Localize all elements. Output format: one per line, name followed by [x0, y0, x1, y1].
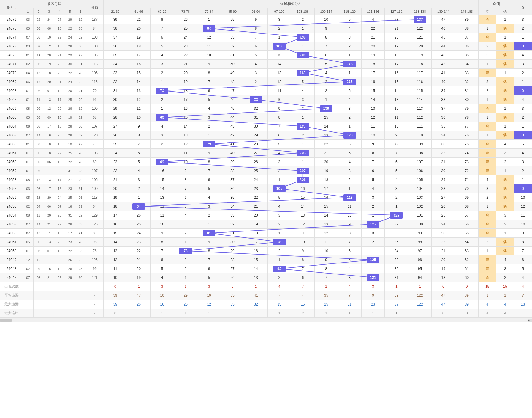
cell-dist-10: 3 — [338, 273, 361, 282]
header-front-6[interactable]: 6 — [75, 8, 86, 15]
cell-dist-14: 31 — [432, 158, 455, 166]
cell-dist-10: 6 — [338, 247, 361, 255]
cell-dist-10: 10 — [338, 211, 361, 220]
header-dist-5[interactable]: 85-90 — [221, 8, 244, 15]
cell-oe-1: 偶 — [496, 193, 514, 202]
cell-zero: 0 — [514, 42, 532, 51]
cell-front-3: 18 — [44, 69, 54, 77]
cell-front-4: 25 — [54, 166, 65, 175]
cell-front-2: 09 — [33, 238, 44, 247]
header-oddeven-group[interactable]: 奇偶 — [479, 0, 514, 8]
cell-dist-3: 21 — [174, 60, 197, 69]
stat-sum: - — [86, 291, 104, 300]
cell-dist-14: 40 — [432, 77, 455, 86]
cell-oe-0: 1 — [479, 60, 496, 69]
cell-front-4: 18 — [54, 42, 65, 51]
cell-front-6: 33 — [75, 220, 86, 229]
cell-dist-4: 5 — [197, 95, 221, 104]
cell-oe-1: 偶 — [496, 175, 514, 184]
cell-dist-2: 14 — [151, 184, 174, 193]
header-dist-7[interactable]: 97-102 — [267, 8, 291, 15]
cell-zero: 0 — [514, 131, 532, 140]
cell-dist-12: 7 — [385, 149, 408, 158]
cell-oe-0: 奇 — [479, 220, 496, 229]
header-front-2[interactable]: 2 — [33, 8, 44, 15]
header-dist-2[interactable]: 67-72 — [151, 8, 174, 15]
cell-dist-3: 7 — [174, 184, 197, 193]
cell-zero: 1 — [514, 122, 532, 131]
cell-dist-1: 19 — [127, 273, 151, 282]
cell-dist-9: 21 — [314, 149, 338, 158]
header-dist-6[interactable]: 91-96 — [244, 8, 267, 15]
header-front-5[interactable]: 5 — [65, 8, 75, 15]
cell-dist-2: 5 — [151, 42, 174, 51]
cell-dist-13: 116 — [408, 77, 432, 86]
cell-dist-14: 34 — [432, 131, 455, 140]
cell-dist-8: 107 — [291, 122, 314, 131]
cell-dist-11: 125 — [361, 255, 385, 264]
header-front-3[interactable]: 3 — [44, 8, 54, 15]
header-zero[interactable]: 0 — [514, 0, 532, 15]
header-dist-4[interactable]: 79-84 — [197, 8, 221, 15]
header-front-group[interactable]: 前区号码 — [23, 0, 86, 8]
cell-sum: 125 — [86, 255, 104, 264]
scrollbar-thumb[interactable] — [0, 319, 12, 322]
cell-oe-1: 1 — [496, 166, 514, 175]
header-dist-0[interactable]: 21-60 — [104, 8, 127, 15]
cell-zero: 4 — [514, 51, 532, 60]
cell-front-3: 18 — [44, 149, 54, 158]
cell-dist-13: 119 — [408, 51, 432, 60]
header-oe-0[interactable]: 奇 — [479, 8, 496, 15]
cell-dist-11: 4 — [361, 15, 385, 24]
header-front-4[interactable]: 4 — [54, 8, 65, 15]
cell-oe-1: 偶 — [496, 184, 514, 193]
cell-front-3: 12 — [44, 42, 54, 51]
header-dist-14[interactable]: 139-144 — [432, 8, 455, 15]
cell-dist-5: 34 — [221, 202, 244, 211]
header-dist-8[interactable]: 103-108 — [291, 8, 314, 15]
cell-dist-11: 6 — [361, 166, 385, 175]
cell-dist-13: 118 — [408, 60, 432, 69]
cell-oe-0: 奇 — [479, 33, 496, 42]
cell-dist-8: 1 — [291, 42, 314, 51]
stat-oe-1: 4 — [496, 309, 514, 318]
cell-dist-4: 9 — [197, 238, 221, 247]
cell-dist-13: 95 — [408, 264, 432, 273]
cell-dist-3: 19 — [174, 77, 197, 86]
cell-dist-3: 6 — [174, 193, 197, 202]
header-oe-1[interactable]: 偶 — [496, 8, 514, 15]
header-dist-12[interactable]: 127-132 — [385, 8, 408, 15]
cell-oe-0: 1 — [479, 24, 496, 33]
header-sum[interactable]: 和值 — [86, 0, 104, 15]
header-dist-3[interactable]: 73-78 — [174, 8, 197, 15]
header-dist-1[interactable]: 61-66 — [127, 8, 151, 15]
header-dist-15[interactable]: 145-183 — [455, 8, 479, 15]
scroll-right-arrow[interactable]: ► — [528, 319, 532, 322]
cell-oe-1: 偶 — [496, 60, 514, 69]
cell-front-3: 14 — [44, 166, 54, 175]
stat-dist-5: 55 — [221, 300, 244, 309]
header-dist-10[interactable]: 115-120 — [338, 8, 361, 15]
cell-dist-15: 87 — [455, 33, 479, 42]
cell-dist-1: 20 — [127, 24, 151, 33]
cell-dist-9: 3 — [314, 77, 338, 86]
horizontal-scrollbar[interactable]: ◄ ► — [0, 318, 532, 322]
cell-dist-6: 1 — [244, 86, 267, 95]
cell-sum: 105 — [86, 69, 104, 77]
header-dist-group[interactable]: 红球和值分布 — [104, 0, 479, 8]
header-front-1[interactable]: 1 — [23, 8, 33, 15]
cell-dist-14: 39 — [432, 86, 455, 95]
cell-dist-8: 15 — [291, 193, 314, 202]
cell-dist-12: 8 — [385, 140, 408, 149]
cell-oe-0: 2 — [479, 51, 496, 60]
header-dist-11[interactable]: 121-126 — [361, 8, 385, 15]
header-dist-9[interactable]: 109-114 — [314, 8, 338, 15]
sort-indicator-icon[interactable]: ↕ — [15, 6, 16, 9]
cell-dist-15: 76 — [455, 131, 479, 140]
header-period[interactable]: 期号↕ — [0, 0, 23, 15]
cell-zero: 2 — [514, 24, 532, 33]
cell-dist-1: 4 — [127, 166, 151, 175]
header-dist-13[interactable]: 133-138 — [408, 8, 432, 15]
cell-sum: 100 — [86, 42, 104, 51]
cell-oe-1: 1 — [496, 69, 514, 77]
